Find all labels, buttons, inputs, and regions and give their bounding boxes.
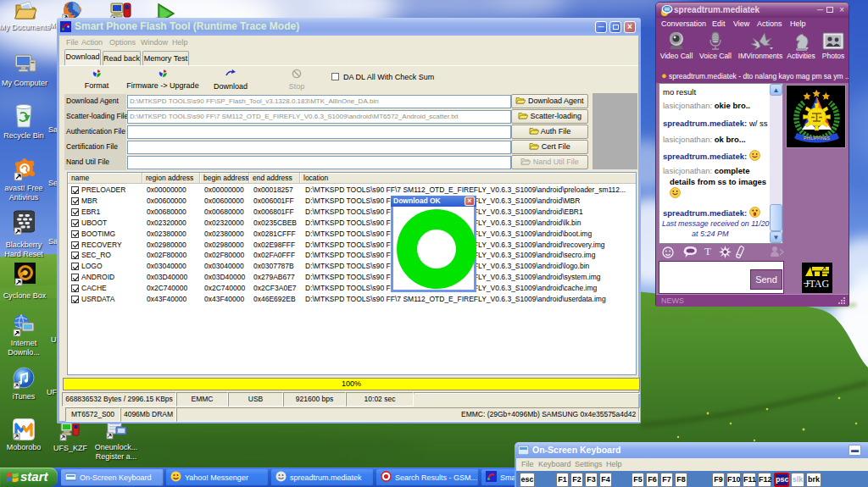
svg-text:PHILIPPINES: PHILIPPINES (804, 136, 831, 141)
svg-text:JTAG: JTAG (805, 278, 830, 290)
